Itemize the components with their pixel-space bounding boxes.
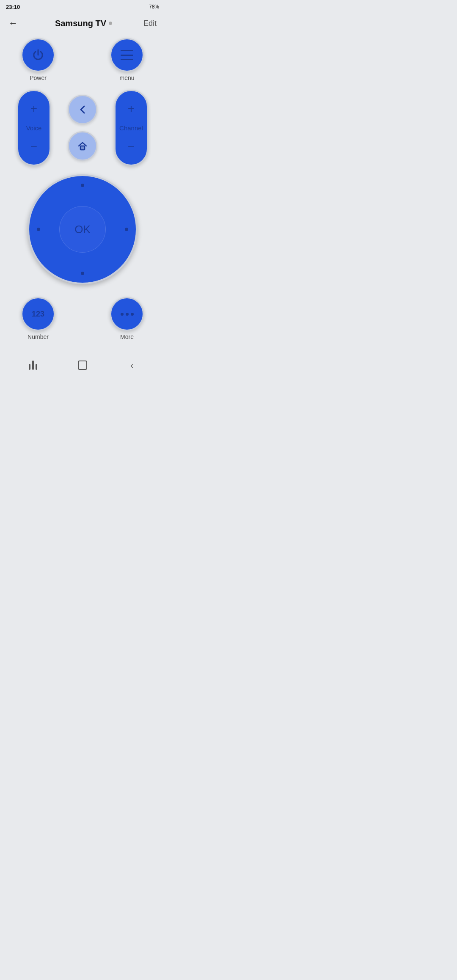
number-label: Number <box>28 333 49 340</box>
home-icon <box>77 140 88 152</box>
svg-rect-0 <box>80 146 85 150</box>
ok-button[interactable]: OK <box>59 206 106 253</box>
row-power-menu: Power menu <box>13 38 152 81</box>
status-bar: 23:10 78% <box>0 0 165 14</box>
more-button-wrapper: More <box>110 297 144 340</box>
number-button[interactable]: 123 <box>21 297 55 331</box>
dpad-right-dot <box>125 228 128 231</box>
header: ← Samsung TV Edit <box>0 14 165 34</box>
nav-bar: ‹ <box>0 353 165 377</box>
back-button[interactable]: ← <box>8 18 24 29</box>
number-button-wrapper: 123 Number <box>21 297 55 340</box>
number-value: 123 <box>32 310 44 319</box>
remote-container: Power menu + Voice − <box>0 34 165 349</box>
menu-label: menu <box>119 74 134 81</box>
back-arrow-icon <box>77 104 88 116</box>
power-label: Power <box>30 74 47 81</box>
recents-nav-button[interactable] <box>24 359 42 372</box>
more-label: More <box>120 333 134 340</box>
dpad-up-dot <box>81 184 84 187</box>
dpad-wrapper: OK <box>28 174 138 284</box>
connection-dot <box>109 22 112 25</box>
menu-button[interactable] <box>110 38 144 72</box>
voice-plus-icon: + <box>30 103 37 115</box>
power-icon <box>31 48 45 62</box>
home-nav-button[interactable] <box>73 359 92 372</box>
home-button[interactable] <box>68 131 97 161</box>
voice-label: Voice <box>26 124 42 132</box>
center-buttons <box>68 95 97 161</box>
power-button-wrapper: Power <box>21 38 55 81</box>
row-controls: + Voice − + Ch <box>13 90 152 166</box>
back-button-remote[interactable] <box>68 95 97 124</box>
channel-label: Channel <box>119 124 143 132</box>
more-icon <box>121 313 134 316</box>
dpad-button[interactable]: OK <box>28 174 138 284</box>
voice-button-wrapper: + Voice − <box>17 90 51 166</box>
status-icons: 78% <box>149 4 159 10</box>
edit-button[interactable]: Edit <box>143 19 157 28</box>
ok-label: OK <box>74 223 91 236</box>
page-title: Samsung TV <box>55 19 112 28</box>
status-time: 23:10 <box>6 4 20 10</box>
channel-plus-icon: + <box>128 103 135 115</box>
back-nav-button[interactable]: ‹ <box>123 359 141 372</box>
power-button[interactable] <box>21 38 55 72</box>
row-bottom: 123 Number More <box>13 297 152 340</box>
back-nav-icon: ‹ <box>130 361 133 370</box>
menu-button-wrapper: menu <box>110 38 144 81</box>
channel-button[interactable]: + Channel − <box>114 90 148 166</box>
home-nav-icon <box>78 361 87 370</box>
dpad-left-dot <box>37 228 40 231</box>
voice-button[interactable]: + Voice − <box>17 90 51 166</box>
battery-icon: 78% <box>149 4 159 10</box>
more-button[interactable] <box>110 297 144 331</box>
channel-minus-icon: − <box>128 141 135 153</box>
menu-icon <box>121 50 133 60</box>
dpad-down-dot <box>81 272 84 275</box>
channel-button-wrapper: + Channel − <box>114 90 148 166</box>
recents-icon <box>29 361 37 370</box>
voice-minus-icon: − <box>30 141 37 153</box>
